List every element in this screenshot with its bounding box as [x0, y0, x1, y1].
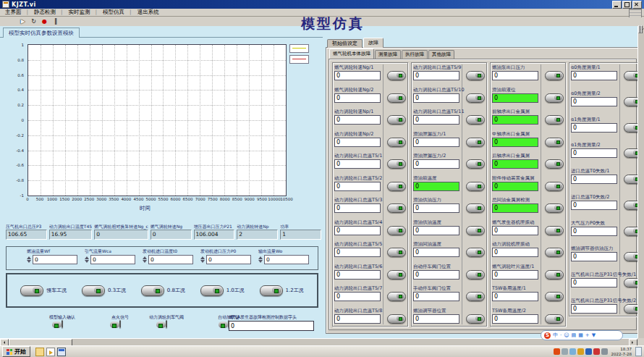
scroll-up-icon[interactable]: [638, 25, 640, 33]
fault-value-field[interactable]: 0: [571, 201, 617, 210]
fault-toggle-button[interactable]: [387, 71, 406, 80]
tab-1[interactable]: 初始值设定: [327, 39, 363, 48]
mode-toggle-button[interactable]: [200, 285, 224, 296]
fault-toggle-button[interactable]: [387, 203, 406, 213]
fault-toggle-button[interactable]: [545, 71, 564, 80]
fault-toggle-button[interactable]: [545, 203, 564, 213]
fault-value-field[interactable]: 0: [492, 248, 538, 257]
fault-toggle-button[interactable]: [545, 292, 564, 301]
fault-value-field[interactable]: 0: [571, 175, 617, 184]
fault-value-field[interactable]: 0: [334, 159, 381, 169]
vertical-scrollbar[interactable]: [637, 26, 644, 338]
fault-value-field[interactable]: 0: [413, 93, 459, 103]
subtab-3[interactable]: 执行故障: [402, 50, 428, 59]
fault-value-field[interactable]: 0: [413, 270, 459, 280]
fault-toggle-button[interactable]: [545, 314, 564, 324]
fault-value-field[interactable]: 0: [413, 248, 459, 257]
mode-toggle-button[interactable]: [82, 285, 105, 296]
fault-value-field[interactable]: 0: [492, 138, 538, 147]
fault-toggle-button[interactable]: [466, 159, 485, 169]
legend-swatch-0[interactable]: [289, 44, 309, 53]
update-icon[interactable]: [577, 348, 584, 355]
fault-value-field[interactable]: 0: [334, 71, 381, 80]
sogou-logo-icon[interactable]: S: [544, 332, 551, 339]
fault-value-field[interactable]: 0: [334, 270, 381, 280]
minimize-icon[interactable]: [612, 1, 622, 9]
fault-toggle-button[interactable]: [387, 93, 406, 103]
network-icon[interactable]: [569, 348, 576, 355]
shield-icon[interactable]: [593, 348, 600, 355]
notes-icon[interactable]: [585, 348, 592, 355]
subtab-1[interactable]: 燃气轮机本体故障: [329, 49, 374, 59]
fault-toggle-button[interactable]: [466, 314, 485, 324]
waveform-chart[interactable]: 10.80.60.40.20-0.2-0.4-0.6-0.8-1 0500100…: [6, 40, 321, 222]
spinner-arrows-icon[interactable]: [258, 256, 263, 263]
plot-area[interactable]: [27, 44, 287, 196]
fault-value-field[interactable]: 0: [492, 115, 538, 125]
fault-value-field[interactable]: 0: [571, 123, 617, 133]
fault-value-field[interactable]: 0: [492, 159, 538, 169]
fault-toggle-button[interactable]: [466, 138, 485, 147]
fault-value-field[interactable]: 0: [492, 71, 538, 80]
spinner-value-field[interactable]: 0: [206, 255, 251, 264]
fault-value-field[interactable]: 0: [334, 292, 381, 301]
close-icon[interactable]: [632, 1, 642, 9]
chinese-mode-icon[interactable]: 中: [553, 332, 558, 339]
fault-value-field[interactable]: 0: [492, 93, 538, 103]
fault-toggle-button[interactable]: [545, 93, 564, 103]
fault-toggle-button[interactable]: [387, 226, 406, 235]
subtab-2[interactable]: 测量故障: [375, 50, 401, 59]
fault-toggle-button[interactable]: [466, 71, 485, 80]
fault-toggle-button[interactable]: [387, 270, 406, 280]
spinner-arrows-icon[interactable]: [85, 256, 89, 263]
fault-value-field[interactable]: 0: [492, 226, 538, 235]
fault-toggle-button[interactable]: [545, 226, 564, 235]
fault-value-field[interactable]: 0: [492, 314, 538, 324]
emoticon-icon[interactable]: ☺: [564, 332, 569, 339]
fault-value-field[interactable]: 0: [413, 115, 459, 125]
scroll-down-icon[interactable]: [641, 25, 643, 33]
bottom-toggle-button[interactable]: [166, 320, 167, 328]
menu-item-3[interactable]: 实时监测: [66, 9, 101, 16]
fault-toggle-button[interactable]: [545, 115, 564, 125]
fault-value-field[interactable]: 0: [334, 248, 381, 257]
fault-value-field[interactable]: 0: [492, 270, 538, 280]
menu-item-1[interactable]: 主界面: [2, 9, 31, 16]
fault-value-field[interactable]: 0: [413, 226, 459, 235]
fault-value-field[interactable]: 0: [413, 138, 459, 147]
mode-toggle-button[interactable]: [260, 285, 283, 296]
fault-value-field[interactable]: 0: [413, 203, 459, 213]
menu-item-2[interactable]: 静态检测: [31, 9, 66, 16]
spinner-arrows-icon[interactable]: [143, 256, 147, 263]
fault-toggle-button[interactable]: [387, 182, 406, 191]
input-method-bar[interactable]: S 中·☺▤▦+▼: [541, 330, 623, 340]
maximize-icon[interactable]: [622, 1, 632, 9]
legend-swatch-1[interactable]: [289, 55, 309, 64]
fault-value-field[interactable]: 0: [571, 227, 617, 236]
fault-toggle-button[interactable]: [387, 159, 406, 169]
fault-toggle-button[interactable]: [545, 159, 564, 169]
labview-icon[interactable]: [46, 348, 55, 356]
fault-value-field[interactable]: 0: [413, 314, 459, 324]
fault-value-field[interactable]: 0: [413, 182, 459, 191]
spinner-value-field[interactable]: 0: [90, 255, 135, 264]
fault-toggle-button[interactable]: [545, 182, 564, 191]
window-icon[interactable]: [57, 348, 66, 356]
menu-item-4[interactable]: 模型仿真: [100, 9, 135, 16]
run-continuous-icon[interactable]: ↻: [30, 18, 38, 25]
fault-value-field[interactable]: 0: [334, 314, 381, 324]
fault-value-field[interactable]: 0: [492, 292, 538, 301]
fault-toggle-button[interactable]: [466, 115, 485, 125]
punctuation-icon[interactable]: ·: [560, 332, 562, 339]
fault-toggle-button[interactable]: [387, 292, 406, 301]
fault-toggle-button[interactable]: [545, 270, 564, 280]
volume-icon[interactable]: [562, 348, 568, 355]
spinner-arrows-icon[interactable]: [200, 256, 205, 263]
clipboard-icon[interactable]: ▤: [572, 332, 577, 339]
fault-value-field[interactable]: 0: [413, 159, 459, 169]
fault-toggle-button[interactable]: [545, 248, 564, 257]
pause-icon[interactable]: ‖: [51, 18, 59, 25]
fault-toggle-button[interactable]: [387, 138, 406, 147]
keyboard-icon[interactable]: ▦: [578, 332, 583, 339]
fault-value-field[interactable]: 0: [492, 203, 538, 213]
